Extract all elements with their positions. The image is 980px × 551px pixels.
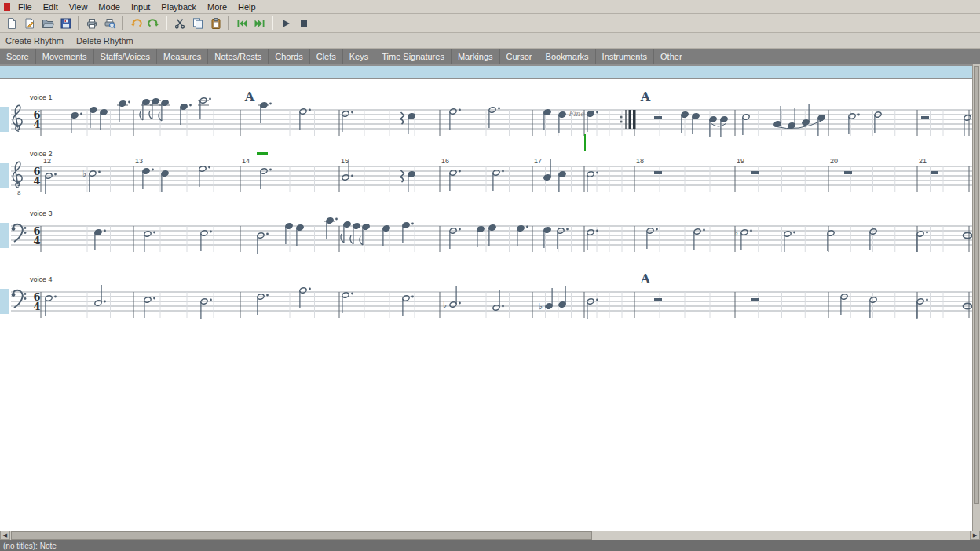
tab-measures[interactable]: Measures: [157, 49, 208, 64]
stop-button[interactable]: [294, 15, 313, 31]
save-file-button[interactable]: [57, 15, 75, 31]
note[interactable]: [94, 285, 106, 306]
note[interactable]: [342, 292, 353, 313]
note[interactable]: ♭: [539, 288, 553, 312]
note[interactable]: [802, 104, 810, 126]
tab-clefs[interactable]: Clefs: [310, 49, 343, 64]
note[interactable]: [45, 295, 57, 316]
copy-button[interactable]: [188, 15, 207, 31]
play-button[interactable]: [276, 15, 294, 31]
staff-margin-marker[interactable]: [0, 289, 9, 314]
note[interactable]: [558, 171, 566, 192]
note[interactable]: [543, 159, 551, 181]
rest[interactable]: [921, 116, 929, 119]
note[interactable]: [692, 113, 700, 134]
rest[interactable]: [400, 112, 404, 124]
note[interactable]: [558, 286, 566, 308]
cursor-caret[interactable]: [584, 134, 586, 151]
note[interactable]: [94, 229, 106, 250]
note[interactable]: [90, 107, 97, 128]
rest[interactable]: [654, 171, 662, 174]
rest[interactable]: [751, 298, 759, 301]
rest[interactable]: [751, 171, 759, 174]
print-button[interactable]: [82, 15, 101, 31]
note[interactable]: [198, 97, 211, 119]
note[interactable]: [71, 112, 82, 133]
note[interactable]: [449, 170, 461, 191]
cut-button[interactable]: [170, 15, 188, 31]
go-to-end-button[interactable]: [250, 15, 269, 31]
tab-score[interactable]: Score: [0, 49, 36, 64]
cursor-duration-marker[interactable]: [257, 152, 268, 155]
horizontal-scrollbar[interactable]: ◀ ▶: [0, 531, 980, 540]
menu-item-view[interactable]: View: [64, 1, 93, 13]
note[interactable]: [693, 228, 705, 250]
undo-button[interactable]: [126, 15, 144, 31]
menu-item-help[interactable]: Help: [232, 1, 261, 13]
new-file-button[interactable]: [2, 15, 20, 31]
tab-chords[interactable]: Chords: [269, 49, 309, 64]
note[interactable]: [558, 111, 566, 133]
rest[interactable]: [844, 171, 852, 174]
note[interactable]: [149, 98, 161, 119]
menu-item-edit[interactable]: Edit: [38, 1, 64, 13]
staff-margin-marker[interactable]: [0, 223, 9, 248]
note[interactable]: [720, 116, 728, 137]
note[interactable]: [285, 223, 293, 244]
tab-notes-rests[interactable]: Notes/Rests: [208, 49, 269, 64]
menu-item-file[interactable]: File: [13, 1, 38, 13]
note[interactable]: [341, 221, 351, 243]
tab-time-signatures[interactable]: Time Signatures: [375, 49, 452, 64]
note[interactable]: [788, 108, 795, 129]
note[interactable]: [477, 226, 485, 247]
staff-margin-marker[interactable]: [0, 163, 9, 188]
note[interactable]: [492, 290, 504, 311]
tab-other[interactable]: Other: [654, 49, 689, 64]
tab-staffs-voices[interactable]: Staffs/Voices: [94, 49, 157, 64]
scroll-left-arrow[interactable]: ◀: [0, 531, 10, 540]
note[interactable]: [964, 115, 971, 136]
menu-item-input[interactable]: Input: [126, 1, 155, 13]
create-rhythm-button[interactable]: Create Rhythm: [5, 36, 64, 46]
note[interactable]: [784, 231, 795, 252]
note[interactable]: [817, 115, 825, 136]
redo-button[interactable]: [144, 15, 163, 31]
rest[interactable]: [654, 116, 662, 119]
note[interactable]: [488, 224, 496, 246]
vertical-scrollbar-thumb[interactable]: [974, 66, 979, 504]
note[interactable]: [773, 106, 781, 127]
note[interactable]: [360, 224, 370, 245]
new-window-button[interactable]: [20, 15, 38, 31]
tab-keys[interactable]: Keys: [343, 49, 375, 64]
rest[interactable]: [654, 298, 662, 301]
tab-markings[interactable]: Markings: [452, 49, 500, 64]
rest[interactable]: [931, 171, 938, 174]
note[interactable]: [180, 104, 192, 125]
paste-button[interactable]: [207, 15, 225, 31]
note[interactable]: [144, 231, 155, 252]
note[interactable]: [296, 224, 304, 246]
overview-strip[interactable]: [0, 66, 972, 78]
horizontal-scrollbar-track[interactable]: [10, 531, 970, 540]
note[interactable]: [709, 116, 717, 137]
note[interactable]: [916, 231, 928, 252]
note[interactable]: [299, 287, 311, 308]
note[interactable]: [144, 297, 155, 318]
go-to-start-button[interactable]: [232, 15, 250, 31]
menu-item-mode[interactable]: Mode: [93, 1, 126, 13]
note[interactable]: [117, 100, 130, 122]
note[interactable]: ♭: [82, 169, 101, 192]
note[interactable]: [848, 113, 860, 134]
tab-bookmarks[interactable]: Bookmarks: [539, 49, 596, 64]
staff-margin-marker[interactable]: [0, 107, 9, 132]
note[interactable]: [449, 108, 461, 130]
tab-cursor[interactable]: Cursor: [500, 49, 539, 64]
menu-item-more[interactable]: More: [202, 1, 232, 13]
delete-rhythm-button[interactable]: Delete Rhythm: [76, 36, 133, 46]
score-svg[interactable]: voice 164AAFinevoice 2864♭voice 364♭voic…: [0, 79, 972, 531]
menu-item-playback[interactable]: Playback: [155, 1, 202, 13]
tab-instruments[interactable]: Instruments: [596, 49, 654, 64]
print-preview-button[interactable]: [101, 15, 119, 31]
scroll-right-arrow[interactable]: ▶: [970, 531, 980, 540]
open-file-button[interactable]: [38, 15, 57, 31]
